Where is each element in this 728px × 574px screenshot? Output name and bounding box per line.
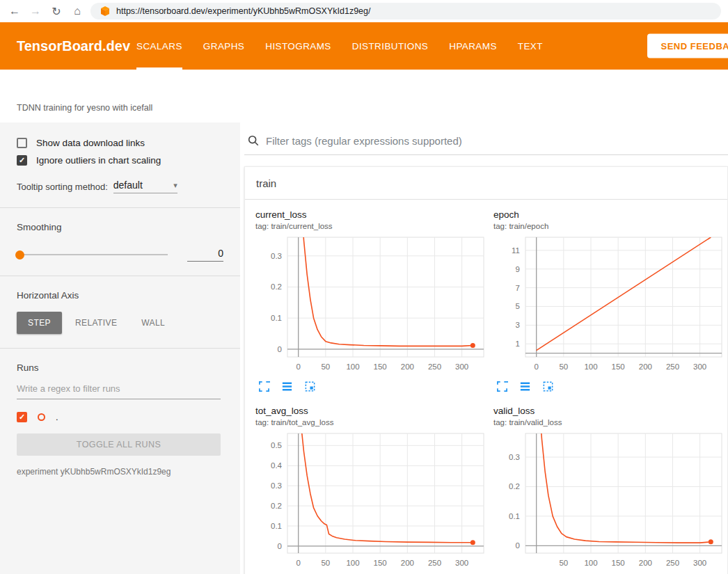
tag-filter-row [244,129,728,155]
tab-distributions[interactable]: DISTRIBUTIONS [352,22,428,70]
chart-card-valid-loss: valid_loss tag: train/valid_loss 00.10.2… [489,396,727,574]
fit-domain-icon[interactable] [541,380,554,392]
horizontal-axis-label: Horizontal Axis [17,290,223,301]
expand-chart-icon[interactable] [258,380,270,392]
tab-graphs[interactable]: GRAPHS [203,22,244,70]
smoothing-slider-row: 0 [17,248,223,262]
smoothing-label: Smoothing [17,222,223,232]
y-tick-label: 0.1 [271,314,282,322]
x-tick-label: 100 [346,362,359,371]
toggle-y-axis-icon[interactable] [519,380,531,392]
plot-area [287,237,484,357]
smoothing-slider[interactable] [17,254,168,255]
y-tick-label: 7 [516,284,520,292]
tab-hparams[interactable]: HPARAMS [449,22,497,70]
toggle-all-runs-button[interactable]: TOGGLE ALL RUNS [17,433,221,456]
x-tick-label: 100 [346,559,359,567]
chart-title: current_loss [255,209,489,220]
expand-chart-icon[interactable] [496,380,508,392]
end-point [709,539,713,544]
axis-wall-button[interactable]: WALL [130,312,176,334]
run-color-swatch-icon [38,413,45,421]
chart-toolbar [493,375,727,396]
slider-thumb[interactable] [15,250,24,260]
x-tick-label: 50 [559,362,568,371]
back-icon[interactable]: ← [7,3,22,19]
smoothing-value[interactable]: 0 [187,248,223,262]
axis-relative-button[interactable]: RELATIVE [64,312,128,334]
y-tick-label: 9 [516,265,520,273]
tooltip-sorting-row: Tooltip sorting method: default ▾ [17,180,223,193]
x-tick-label: 300 [693,559,706,567]
section-header-train[interactable]: train [245,167,727,200]
line-chart[interactable]: 1357911050100150200250300 [493,234,726,375]
dropdown-value: default [113,180,143,191]
x-tick-label: 250 [428,559,441,567]
y-tick-label: 0.1 [271,522,282,530]
x-tick-label: 150 [612,559,625,567]
tensorboard-favicon [100,6,110,16]
chart-tag: tag: train/current_loss [255,222,489,230]
url-text: https://tensorboard.dev/experiment/yKUbh… [116,6,370,16]
x-tick-label: 300 [693,362,706,371]
y-tick-label: 11 [512,246,520,255]
address-bar[interactable]: https://tensorboard.dev/experiment/yKUbh… [90,3,721,19]
send-feedback-button[interactable]: SEND FEEDBACK [647,34,728,58]
x-tick-label: 0 [534,362,538,371]
fit-domain-icon[interactable] [303,380,316,392]
axis-step-button[interactable]: STEP [17,312,62,334]
y-tick-label: 0 [278,542,282,550]
run-list-item[interactable]: . [17,412,223,422]
line-chart[interactable]: 00.10.20.350100150200250300 [493,431,726,571]
chart-tag: tag: train/tot_avg_loss [255,418,489,426]
y-tick-label: 0.4 [271,461,283,470]
train-section-card: train current_loss tag: train/current_lo… [244,166,728,574]
y-tick-label: 0.5 [271,441,282,449]
y-tick-label: 0.2 [509,482,520,491]
runs-label: Runs [17,362,223,373]
refresh-icon[interactable]: ↻ [49,3,64,19]
x-tick-label: 50 [321,559,330,567]
x-tick-label: 200 [401,362,414,371]
checkbox-label: Ignore outliers in chart scaling [36,155,161,166]
checkbox-label: Show data download links [36,138,145,148]
browser-toolbar: ← → ↻ ⌂ https://tensorboard.dev/experime… [0,0,728,22]
show-download-links-checkbox[interactable]: Show data download links [17,138,223,148]
tag-filter-input[interactable] [266,135,725,147]
chart-title: valid_loss [493,406,727,416]
x-tick-label: 150 [374,559,387,567]
x-tick-label: 300 [455,559,468,567]
x-tick-label: 50 [321,362,330,371]
chart-toolbar [493,571,727,574]
tab-scalars[interactable]: SCALARS [136,22,182,70]
chart-tag: tag: train/epoch [493,222,727,230]
plot-area [525,433,722,553]
main-nav: SCALARS GRAPHS HISTOGRAMS DISTRIBUTIONS … [136,22,543,70]
x-tick-label: 100 [584,362,597,371]
x-tick-label: 150 [374,362,387,371]
x-tick-label: 250 [666,362,679,371]
experiment-description-strip: TDNN training for yesno with icefall [0,70,728,122]
home-icon[interactable]: ⌂ [70,3,85,19]
x-tick-label: 150 [612,362,625,371]
runs-filter-input[interactable] [17,378,221,399]
x-tick-label: 200 [401,559,414,567]
x-tick-label: 300 [455,362,468,371]
chart-grid: current_loss tag: train/current_loss 00.… [245,200,727,574]
sidebar-divider [0,207,240,208]
tab-text[interactable]: TEXT [518,22,543,70]
experiment-description: TDNN training for yesno with icefall [17,103,152,113]
tooltip-sorting-dropdown[interactable]: default ▾ [113,180,177,193]
toggle-y-axis-icon[interactable] [280,380,293,392]
line-chart[interactable]: 00.10.20.30.40.5050100150200250300 [255,431,488,571]
plot-area [287,433,484,553]
run-checkbox-icon [17,412,27,422]
ignore-outliers-checkbox[interactable]: Ignore outliers in chart scaling [17,155,223,166]
y-tick-label: 0.1 [509,512,520,520]
line-chart[interactable]: 00.10.20.3050100150200250300 [255,234,488,375]
forward-icon[interactable]: → [28,3,43,19]
checkbox-checked-icon [17,155,27,166]
chart-tag: tag: train/valid_loss [493,418,727,426]
tab-histograms[interactable]: HISTOGRAMS [265,22,331,70]
y-tick-label: 0 [516,541,520,550]
